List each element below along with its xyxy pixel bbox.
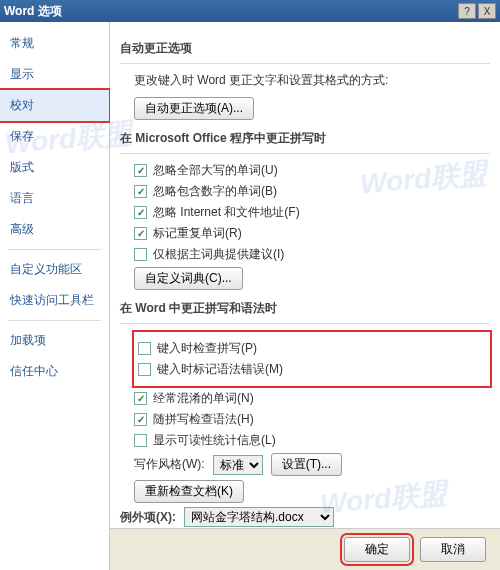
title-bar: Word 选项 ? X bbox=[0, 0, 500, 22]
sidebar-divider bbox=[8, 249, 101, 250]
label-flag-repeated: 标记重复单词(R) bbox=[153, 225, 242, 242]
main-panel: 自动更正选项 更改键入时 Word 更正文字和设置其格式的方式: 自动更正选项(… bbox=[110, 22, 500, 570]
section-autocorrect: 自动更正选项 bbox=[120, 40, 490, 57]
sidebar-item-language[interactable]: 语言 bbox=[0, 183, 109, 214]
dialog-buttons: 确定 取消 bbox=[110, 528, 500, 570]
checkbox-confused-words[interactable] bbox=[134, 392, 147, 405]
checkbox-readability[interactable] bbox=[134, 434, 147, 447]
exception-doc-select[interactable]: 网站金字塔结构.docx bbox=[184, 507, 334, 527]
label-confused-words: 经常混淆的单词(N) bbox=[153, 390, 254, 407]
sidebar-item-general[interactable]: 常规 bbox=[0, 28, 109, 59]
label-ignore-numbers: 忽略包含数字的单词(B) bbox=[153, 183, 277, 200]
sidebar-item-trust[interactable]: 信任中心 bbox=[0, 356, 109, 387]
help-icon[interactable]: ? bbox=[458, 3, 476, 19]
label-grammar-with-spelling: 随拼写检查语法(H) bbox=[153, 411, 254, 428]
sidebar-item-proofing[interactable]: 校对 bbox=[0, 90, 109, 121]
custom-dict-button[interactable]: 自定义词典(C)... bbox=[134, 267, 243, 290]
checkbox-check-spelling[interactable] bbox=[138, 342, 151, 355]
recheck-button[interactable]: 重新检查文档(K) bbox=[134, 480, 244, 503]
checkbox-mark-grammar[interactable] bbox=[138, 363, 151, 376]
sidebar-divider bbox=[8, 320, 101, 321]
sidebar-item-qat[interactable]: 快速访问工具栏 bbox=[0, 285, 109, 316]
sidebar-item-addins[interactable]: 加载项 bbox=[0, 325, 109, 356]
label-ignore-uppercase: 忽略全部大写的单词(U) bbox=[153, 162, 278, 179]
sidebar: 常规 显示 校对 保存 版式 语言 高级 自定义功能区 快速访问工具栏 加载项 … bbox=[0, 22, 110, 570]
label-mark-grammar: 键入时标记语法错误(M) bbox=[157, 361, 283, 378]
checkbox-main-dict[interactable] bbox=[134, 248, 147, 261]
writing-style-label: 写作风格(W): bbox=[134, 456, 205, 473]
checkbox-ignore-numbers[interactable] bbox=[134, 185, 147, 198]
checkbox-grammar-with-spelling[interactable] bbox=[134, 413, 147, 426]
label-check-spelling: 键入时检查拼写(P) bbox=[157, 340, 257, 357]
checkbox-flag-repeated[interactable] bbox=[134, 227, 147, 240]
writing-style-select[interactable]: 标准 bbox=[213, 455, 263, 475]
checkbox-ignore-internet[interactable] bbox=[134, 206, 147, 219]
ok-button[interactable]: 确定 bbox=[344, 537, 410, 562]
cancel-button[interactable]: 取消 bbox=[420, 537, 486, 562]
sidebar-item-save[interactable]: 保存 bbox=[0, 121, 109, 152]
settings-button[interactable]: 设置(T)... bbox=[271, 453, 342, 476]
sidebar-item-advanced[interactable]: 高级 bbox=[0, 214, 109, 245]
checkbox-ignore-uppercase[interactable] bbox=[134, 164, 147, 177]
label-readability: 显示可读性统计信息(L) bbox=[153, 432, 276, 449]
section-exceptions: 例外项(X): bbox=[120, 509, 176, 526]
sidebar-item-layout[interactable]: 版式 bbox=[0, 152, 109, 183]
section-word-spelling: 在 Word 中更正拼写和语法时 bbox=[120, 300, 490, 317]
close-icon[interactable]: X bbox=[478, 3, 496, 19]
section-office-spelling: 在 Microsoft Office 程序中更正拼写时 bbox=[120, 130, 490, 147]
window-controls: ? X bbox=[458, 3, 496, 19]
autocorrect-options-button[interactable]: 自动更正选项(A)... bbox=[134, 97, 254, 120]
highlight-box-checks: 键入时检查拼写(P) 键入时标记语法错误(M) bbox=[134, 332, 490, 386]
sidebar-item-display[interactable]: 显示 bbox=[0, 59, 109, 90]
window-title: Word 选项 bbox=[4, 3, 62, 20]
autocorrect-text: 更改键入时 Word 更正文字和设置其格式的方式: bbox=[134, 72, 388, 89]
sidebar-item-customize-ribbon[interactable]: 自定义功能区 bbox=[0, 254, 109, 285]
label-main-dict: 仅根据主词典提供建议(I) bbox=[153, 246, 284, 263]
label-ignore-internet: 忽略 Internet 和文件地址(F) bbox=[153, 204, 300, 221]
